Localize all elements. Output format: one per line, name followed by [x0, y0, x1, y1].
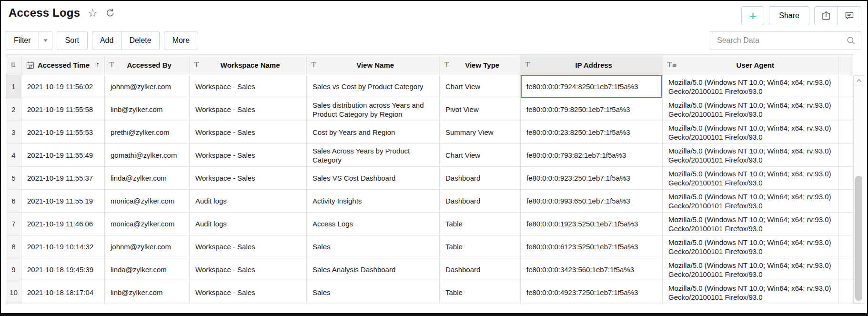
row-number-cell[interactable]: 2	[6, 98, 21, 121]
column-header-accessed_time[interactable]: 17Accessed Time↑	[21, 55, 105, 75]
search-icon[interactable]	[847, 36, 855, 45]
cell-accessed_by[interactable]: monica@zylker.com	[105, 190, 190, 213]
cell-workspace_name[interactable]: Workspace - Sales	[190, 167, 307, 190]
cell-accessed_by[interactable]: linda@zylker.com	[105, 167, 190, 190]
create-new-button[interactable]: +	[741, 6, 764, 25]
cell-accessed_by[interactable]: johnm@zylker.com	[105, 75, 190, 98]
cell-accessed_time[interactable]: 2021-10-19 11:46:06	[21, 213, 105, 235]
cell-ip_address[interactable]: fe80:0:0:0:923:250:1eb7:1f5a%3	[521, 167, 663, 190]
column-header-workspace_name[interactable]: TWorkspace Name	[190, 55, 307, 75]
select-all-header[interactable]	[6, 55, 21, 75]
cell-ip_address[interactable]: fe80:0:0:0:6123:5250:1eb7:1f5a%3	[521, 235, 663, 258]
column-header-user_agent[interactable]: T≡User Agent	[663, 55, 839, 75]
column-header-view_name[interactable]: TView Name	[307, 55, 440, 75]
cell-accessed_by[interactable]: linb@zylker.com	[105, 281, 190, 304]
cell-accessed_time[interactable]: 2021-10-19 11:55:58	[21, 98, 105, 121]
cell-ip_address[interactable]: fe80:0:0:0:7924:8250:1eb7:1f5a%3	[521, 75, 663, 98]
cell-workspace_name[interactable]: Workspace - Sales	[190, 98, 307, 121]
cell-ip_address[interactable]: fe80:0:0:0:3423:560:1eb7:1f5a%3	[521, 258, 663, 281]
cell-workspace_name[interactable]: Workspace - Sales	[190, 258, 307, 281]
cell-accessed_by[interactable]: prethi@zylker.com	[105, 121, 190, 144]
row-number-cell[interactable]: 8	[6, 235, 21, 258]
column-header-view_type[interactable]: TView Type	[440, 55, 521, 75]
search-input[interactable]	[716, 36, 847, 45]
scrollbar-thumb[interactable]	[855, 176, 862, 301]
favorite-star-icon[interactable]: ☆	[88, 8, 98, 19]
cell-accessed_time[interactable]: 2021-10-19 10:14:32	[21, 235, 105, 258]
cell-user_agent[interactable]: Mozilla/5.0 (Windows NT 10.0; Win64; x64…	[663, 258, 839, 281]
cell-ip_address[interactable]: fe80:0:0:0:793:82:1eb7:1f5a%3	[521, 144, 663, 167]
cell-view_type[interactable]: Table	[440, 213, 521, 235]
cell-view_name[interactable]: Sales VS Cost Dashboard	[307, 167, 440, 190]
cell-accessed_by[interactable]: johnm@zylker.com	[105, 235, 190, 258]
row-number-cell[interactable]: 4	[6, 144, 21, 167]
cell-workspace_name[interactable]: Workspace - Sales	[190, 235, 307, 258]
cell-view_name[interactable]: Activity Insights	[307, 190, 440, 213]
cell-user_agent[interactable]: Mozilla/5.0 (Windows NT 10.0; Win64; x64…	[663, 167, 839, 190]
cell-view_name[interactable]: Sales distribution across Years and Prod…	[307, 98, 440, 121]
sort-button[interactable]: Sort	[57, 31, 88, 50]
cell-view_name[interactable]: Access Logs	[307, 213, 440, 235]
export-button[interactable]	[815, 7, 838, 25]
cell-workspace_name[interactable]: Workspace - Sales	[190, 281, 307, 304]
cell-accessed_time[interactable]: 2021-10-18 19:45:39	[21, 258, 105, 281]
cell-workspace_name[interactable]: Audit logs	[190, 213, 307, 235]
cell-accessed_time[interactable]: 2021-10-19 11:55:49	[21, 144, 105, 167]
cell-user_agent[interactable]: Mozilla/5.0 (Windows NT 10.0; Win64; x64…	[663, 235, 839, 258]
row-number-cell[interactable]: 9	[6, 258, 21, 281]
cell-view_type[interactable]: Chart View	[440, 144, 521, 167]
add-button[interactable]: Add	[92, 31, 121, 50]
cell-view_type[interactable]: Chart View	[440, 75, 521, 98]
sort-ascending-icon[interactable]: ↑	[96, 61, 100, 69]
share-button[interactable]: Share	[769, 6, 809, 25]
cell-view_name[interactable]: Sales Across Years by Product Category	[307, 144, 440, 167]
cell-accessed_by[interactable]: linda@zylker.com	[105, 258, 190, 281]
cell-accessed_time[interactable]: 2021-10-18 18:17:04	[21, 281, 105, 304]
cell-accessed_time[interactable]: 2021-10-19 11:55:53	[21, 121, 105, 144]
cell-ip_address[interactable]: fe80:0:0:0:4923:7250:1eb7:1f5a%3	[521, 281, 663, 304]
cell-accessed_time[interactable]: 2021-10-19 11:56:02	[21, 75, 105, 98]
vertical-scrollbar[interactable]	[853, 75, 864, 304]
filter-button[interactable]: Filter	[6, 31, 39, 50]
cell-workspace_name[interactable]: Workspace - Sales	[190, 75, 307, 98]
cell-view_name[interactable]: Sales	[307, 235, 440, 258]
cell-user_agent[interactable]: Mozilla/5.0 (Windows NT 10.0; Win64; x64…	[663, 213, 839, 235]
cell-view_type[interactable]: Dashboard	[440, 190, 521, 213]
cell-view_type[interactable]: Table	[440, 235, 521, 258]
cell-workspace_name[interactable]: Workspace - Sales	[190, 121, 307, 144]
cell-view_type[interactable]: Dashboard	[440, 167, 521, 190]
row-number-cell[interactable]: 5	[6, 167, 21, 190]
cell-view_name[interactable]: Sales Analysis Dashboard	[307, 258, 440, 281]
row-number-cell[interactable]: 7	[6, 213, 21, 235]
row-number-cell[interactable]: 6	[6, 190, 21, 213]
column-header-ip_address[interactable]: TIP Address	[521, 55, 663, 75]
cell-user_agent[interactable]: Mozilla/5.0 (Windows NT 10.0; Win64; x64…	[663, 75, 839, 98]
comments-button[interactable]	[838, 7, 861, 25]
column-header-accessed_by[interactable]: TAccessed By	[105, 55, 190, 75]
cell-view_name[interactable]: Sales	[307, 281, 440, 304]
cell-user_agent[interactable]: Mozilla/5.0 (Windows NT 10.0; Win64; x64…	[663, 190, 839, 213]
scrollbar-up-button[interactable]	[854, 76, 864, 85]
cell-accessed_time[interactable]: 2021-10-19 11:55:37	[21, 167, 105, 190]
cell-view_type[interactable]: Dashboard	[440, 258, 521, 281]
cell-view_name[interactable]: Cost by Years and Region	[307, 121, 440, 144]
cell-accessed_time[interactable]: 2021-10-19 11:55:19	[21, 190, 105, 213]
cell-ip_address[interactable]: fe80:0:0:0:1923:5250:1eb7:1f5a%3	[521, 213, 663, 235]
cell-workspace_name[interactable]: Audit logs	[190, 190, 307, 213]
cell-view_type[interactable]: Pivot View	[440, 98, 521, 121]
cell-user_agent[interactable]: Mozilla/5.0 (Windows NT 10.0; Win64; x64…	[663, 121, 839, 144]
cell-view_type[interactable]: Summary View	[440, 121, 521, 144]
row-number-cell[interactable]: 3	[6, 121, 21, 144]
refresh-icon[interactable]	[105, 8, 115, 18]
cell-user_agent[interactable]: Mozilla/5.0 (Windows NT 10.0; Win64; x64…	[663, 281, 839, 304]
cell-ip_address[interactable]: fe80:0:0:0:23:8250:1eb7:1f5a%3	[521, 121, 663, 144]
cell-workspace_name[interactable]: Workspace - Sales	[190, 144, 307, 167]
cell-accessed_by[interactable]: linb@zylker.com	[105, 98, 190, 121]
row-number-cell[interactable]: 1	[6, 75, 21, 98]
cell-user_agent[interactable]: Mozilla/5.0 (Windows NT 10.0; Win64; x64…	[663, 98, 839, 121]
filter-dropdown-button[interactable]	[39, 31, 52, 50]
cell-view_name[interactable]: Sales vs Cost by Product Category	[307, 75, 440, 98]
cell-accessed_by[interactable]: gomathi@zylker.com	[105, 144, 190, 167]
more-button[interactable]: More	[164, 31, 198, 50]
cell-accessed_by[interactable]: monica@zylker.com	[105, 213, 190, 235]
